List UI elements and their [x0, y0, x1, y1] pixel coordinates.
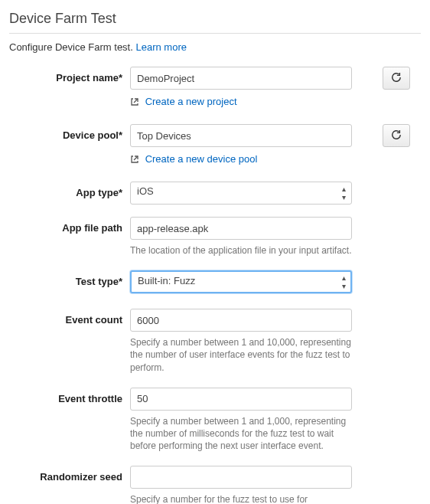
device-pool-label: Device pool*	[9, 124, 130, 141]
test-type-select[interactable]: Built-in: Fuzz	[130, 270, 352, 293]
app-type-label: App type*	[9, 182, 130, 198]
external-link-icon	[130, 155, 139, 166]
external-link-icon	[130, 97, 139, 109]
refresh-device-pools-button[interactable]	[383, 124, 410, 147]
project-name-input[interactable]	[130, 67, 352, 90]
event-throttle-help: Specify a number between 1 and 1,000, re…	[130, 415, 352, 453]
intro-label: Configure Device Farm test.	[9, 41, 133, 53]
event-count-input[interactable]	[130, 309, 352, 332]
event-count-help: Specify a number between 1 and 10,000, r…	[130, 336, 352, 374]
create-device-pool-link[interactable]: Create a new device pool	[145, 153, 258, 165]
page-title: Device Farm Test	[9, 6, 421, 34]
randomizer-seed-help: Specify a number for the fuzz test to us…	[130, 493, 352, 504]
project-name-label: Project name*	[9, 67, 130, 83]
intro-text: Configure Device Farm test. Learn more	[9, 41, 421, 53]
event-throttle-input[interactable]	[130, 388, 352, 411]
app-file-path-label: App file path	[9, 217, 130, 234]
app-file-path-help: The location of the application file in …	[130, 244, 352, 257]
app-type-select[interactable]: iOS	[130, 182, 352, 205]
device-pool-input[interactable]	[130, 124, 352, 147]
refresh-icon	[391, 129, 402, 142]
randomizer-seed-input[interactable]	[130, 466, 352, 489]
randomizer-seed-label: Randomizer seed	[9, 466, 130, 483]
app-file-path-input[interactable]	[130, 217, 352, 240]
test-type-label: Test type*	[9, 270, 130, 287]
event-count-label: Event count	[9, 309, 130, 326]
learn-more-link[interactable]: Learn more	[135, 41, 186, 53]
refresh-projects-button[interactable]	[383, 67, 410, 90]
event-throttle-label: Event throttle	[9, 388, 130, 404]
create-project-link[interactable]: Create a new project	[145, 96, 237, 107]
refresh-icon	[391, 72, 402, 85]
